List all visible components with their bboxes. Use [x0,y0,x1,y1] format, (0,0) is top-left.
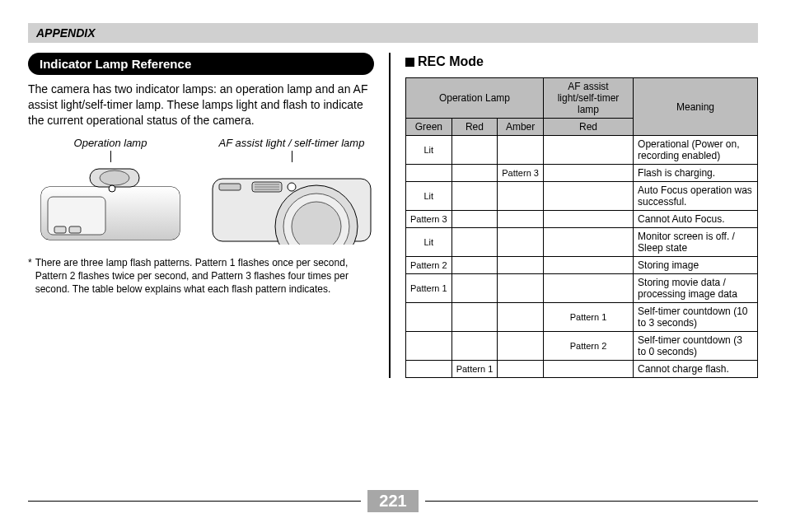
th-red: Red [451,119,498,136]
cell-af [543,257,633,274]
cell-af [543,361,633,378]
diagram-operation-lamp: Operation lamp [28,137,193,245]
cell-green [406,303,452,332]
cell-green [406,332,452,361]
cell-red [451,165,498,182]
table-row: Pattern 3Cannot Auto Focus. [406,211,758,228]
th-meaning: Meaning [634,78,758,136]
svg-rect-4 [69,226,81,233]
cell-meaning: Auto Focus operation was successful. [634,182,758,211]
cell-green [406,361,452,378]
cell-amber [498,303,544,332]
column-divider [389,53,391,378]
rec-mode-heading: REC Mode [405,54,758,69]
diagram-caption-right: AF assist light / self-timer lamp [209,137,374,149]
cell-green [406,165,452,182]
footer-rule-right [425,501,758,502]
cell-meaning: Self-timer countdown (10 to 3 seconds) [634,303,758,332]
cell-red [451,332,498,361]
cell-meaning: Monitor screen is off. / Sleep state [634,228,758,257]
svg-rect-3 [54,226,66,233]
svg-point-7 [109,185,115,192]
table-row: Pattern 1Storing movie data / processing… [406,274,758,303]
pointer-line-icon [110,151,111,162]
cell-af [543,165,633,182]
th-operation-lamp: Operation Lamp [406,78,544,119]
section-header: APPENDIX [28,23,758,43]
cell-amber [498,182,544,211]
cell-green: Lit [406,228,452,257]
square-bullet-icon [405,58,414,67]
th-green: Green [406,119,452,136]
svg-point-6 [100,170,129,185]
svg-rect-17 [219,184,241,190]
cell-red [451,211,498,228]
camera-top-icon [36,162,185,245]
th-af-lamp: AF assist light/self-timer lamp [543,78,633,119]
cell-amber [498,228,544,257]
table-row: LitAuto Focus operation was successful. [406,182,758,211]
svg-point-12 [288,183,296,191]
cell-af: Pattern 1 [543,303,633,332]
page-footer: 221 [28,490,758,512]
rec-mode-table: Operation Lamp AF assist light/self-time… [405,77,758,378]
pointer-line-icon [292,151,292,162]
cell-af [543,182,633,211]
cell-amber [498,211,544,228]
cell-meaning: Operational (Power on, recording enabled… [634,136,758,165]
diagram-caption-left: Operation lamp [28,137,193,149]
cell-amber [498,136,544,165]
cell-red [451,274,498,303]
cell-amber [498,332,544,361]
diagram-row: Operation lamp [28,137,374,245]
cell-red [451,228,498,257]
footer-rule-left [28,501,361,502]
cell-green: Pattern 2 [406,257,452,274]
table-row: Pattern 1Cannot charge flash. [406,361,758,378]
cell-af [543,228,633,257]
cell-af [543,274,633,303]
table-row: LitMonitor screen is off. / Sleep state [406,228,758,257]
cell-amber [498,361,544,378]
cell-green: Lit [406,182,452,211]
cell-green: Lit [406,136,452,165]
table-row: LitOperational (Power on, recording enab… [406,136,758,165]
cell-red [451,257,498,274]
cell-meaning: Cannot charge flash. [634,361,758,378]
cell-red [451,182,498,211]
asterisk-icon: * [28,256,32,296]
table-row: Pattern 2Self-timer countdown (3 to 0 se… [406,332,758,361]
cell-amber [498,274,544,303]
camera-front-icon [209,162,374,245]
footnote: * There are three lamp flash patterns. P… [28,256,374,296]
cell-meaning: Flash is charging. [634,165,758,182]
table-row: Pattern 2Storing image [406,257,758,274]
cell-green: Pattern 1 [406,274,452,303]
section-title-pill: Indicator Lamp Reference [28,53,374,75]
cell-green: Pattern 3 [406,211,452,228]
intro-text: The camera has two indicator lamps: an o… [28,82,374,128]
cell-red: Pattern 1 [451,361,498,378]
cell-red [451,136,498,165]
th-af-red: Red [543,119,633,136]
th-amber: Amber [498,119,544,136]
diagram-af-lamp: AF assist light / self-timer lamp [209,137,374,245]
cell-meaning: Storing movie data / processing image da… [634,274,758,303]
page-number-badge: 221 [367,490,418,512]
footnote-text: There are three lamp flash patterns. Pat… [35,256,374,296]
right-column: REC Mode Operation Lamp AF assist light/… [405,53,758,378]
cell-meaning: Self-timer countdown (3 to 0 seconds) [634,332,758,361]
cell-meaning: Storing image [634,257,758,274]
table-row: Pattern 1Self-timer countdown (10 to 3 s… [406,303,758,332]
left-column: Indicator Lamp Reference The camera has … [28,53,374,378]
cell-af [543,211,633,228]
cell-amber [498,257,544,274]
table-row: Pattern 3Flash is charging. [406,165,758,182]
rec-mode-heading-text: REC Mode [418,54,484,68]
cell-af: Pattern 2 [543,332,633,361]
cell-meaning: Cannot Auto Focus. [634,211,758,228]
cell-amber: Pattern 3 [498,165,544,182]
cell-red [451,303,498,332]
cell-af [543,136,633,165]
